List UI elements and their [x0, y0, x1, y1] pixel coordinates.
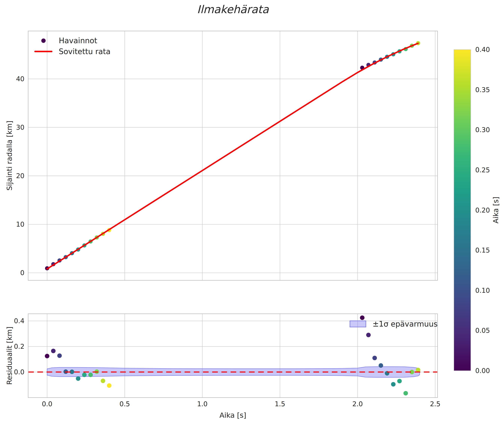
legend-residuals: ±1σ epävarmuus: [350, 320, 438, 328]
y-tick-label: 30: [16, 124, 24, 131]
x-tick-label: 1.0: [197, 400, 208, 408]
colorbar-axis-label: Aika [s]: [492, 197, 500, 224]
residual-point: [51, 349, 56, 353]
colorbar-tick-label: 0.00: [475, 367, 490, 374]
legend-label: ±1σ epävarmuus: [372, 320, 438, 328]
colorbar-gradient: [454, 50, 471, 371]
y-axis-label-residuals: Residuaalit [km]: [5, 327, 13, 385]
x-tick-label: 2.5: [430, 400, 441, 408]
y-tick-label: 0.4: [14, 317, 24, 325]
residual-point: [76, 376, 80, 381]
residual-point: [360, 315, 365, 320]
y-axis-label-position: Sijainti radalla [km]: [5, 121, 13, 190]
x-tick-label: 1.5: [275, 400, 285, 408]
residual-point: [366, 333, 371, 337]
x-tick-label: 0.5: [120, 400, 130, 408]
position-plot: 010203040: [16, 31, 438, 280]
residual-point: [107, 383, 112, 388]
colorbar-tick-label: 0.10: [475, 287, 490, 294]
legend-label: Sovitettu rata: [59, 47, 111, 56]
residual-point: [45, 354, 49, 358]
legend-handle: [34, 51, 52, 52]
y-tick-label: 0: [20, 269, 24, 277]
legend-main: Havainnot Sovitettu rata: [34, 37, 111, 56]
band-swatch-icon: [350, 321, 366, 327]
figure: 0102030400.00.20.40.00.51.01.52.02.50.40…: [0, 0, 504, 422]
y-tick-label: 0.0: [14, 368, 24, 376]
x-tick-label: 2.0: [352, 400, 363, 408]
legend-entry-fit: Sovitettu rata: [34, 47, 111, 56]
legend-entry-band: ±1σ epävarmuus: [350, 320, 438, 328]
figure-canvas: 0102030400.00.20.40.00.51.01.52.02.50.40…: [0, 0, 504, 422]
colorbar-tick-label: 0.30: [475, 126, 490, 134]
line-swatch-icon: [34, 51, 52, 52]
figure-title: Ilmakehärata: [197, 3, 269, 16]
residual-point: [397, 379, 402, 383]
residual-point: [391, 382, 396, 386]
residual-point: [378, 363, 383, 368]
colorbar: 0.400.350.300.250.200.150.100.050.00: [454, 46, 490, 374]
colorbar-tick-label: 0.20: [475, 207, 490, 214]
y-tick-label: 20: [16, 172, 24, 180]
colorbar-tick-label: 0.25: [475, 166, 490, 174]
x-axis-label: Aika [s]: [220, 411, 246, 419]
residual-point: [403, 391, 408, 396]
colorbar-tick-label: 0.35: [475, 86, 490, 94]
y-tick-label: 0.2: [14, 343, 24, 350]
colorbar-tick-label: 0.15: [475, 246, 490, 254]
legend-handle: [34, 38, 52, 43]
residual-point: [57, 353, 62, 358]
residual-point: [82, 373, 87, 377]
legend-label: Havainnot: [59, 36, 97, 45]
x-tick-label: 0.0: [42, 400, 52, 408]
residual-point: [101, 379, 105, 383]
residual-point: [88, 373, 93, 377]
colorbar-tick-label: 0.05: [475, 327, 490, 334]
legend-entry-observations: Havainnot: [34, 37, 111, 45]
scatter-marker-icon: [41, 38, 46, 43]
colorbar-tick-label: 0.40: [475, 46, 490, 53]
residual-point: [372, 356, 377, 360]
y-tick-label: 10: [16, 220, 24, 228]
y-tick-label: 40: [16, 75, 24, 83]
